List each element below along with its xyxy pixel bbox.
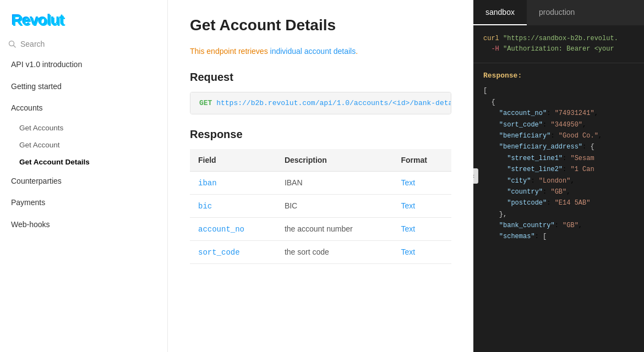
logo: Revolut	[11, 11, 64, 28]
desc-account-no: the account number	[285, 224, 353, 233]
sidebar-nav: API v1.0 introduction Getting started Ac…	[0, 54, 167, 236]
main-content: Get Account Details This endpoint retrie…	[168, 0, 473, 352]
col-format: Format	[392, 149, 451, 172]
sidebar-item-counterparties[interactable]: Counterparties	[0, 170, 167, 193]
tab-sandbox[interactable]: sandbox	[473, 0, 527, 25]
sidebar-item-api-intro[interactable]: API v1.0 introduction	[0, 54, 167, 76]
right-panel: sandbox production curl "https://sandbox…	[473, 0, 644, 352]
desc-sort-code: the sort code	[285, 248, 329, 256]
request-heading: Request	[190, 71, 451, 84]
desc-bic: BIC	[285, 201, 297, 210]
format-bic: Text	[401, 201, 415, 210]
response-section: Response Field Description Format iban I…	[190, 128, 451, 264]
field-iban: iban	[198, 179, 217, 188]
table-row: sort_code the sort code Text	[190, 241, 451, 264]
logo-container: Revolut	[0, 0, 167, 34]
col-description: Description	[276, 149, 393, 172]
svg-line-1	[14, 46, 16, 48]
response-label: Response:	[473, 63, 644, 82]
table-row: account_no the account number Text	[190, 218, 451, 241]
code-section: curl "https://sandbox-b2b.revolut. -H "A…	[473, 25, 644, 352]
tabs-bar: sandbox production	[473, 0, 644, 25]
format-iban: Text	[401, 178, 415, 187]
sidebar-item-get-account-details[interactable]: Get Account Details	[0, 153, 167, 170]
field-bic: bic	[198, 202, 212, 211]
search-bar[interactable]: Search	[0, 34, 167, 54]
intro-link[interactable]: individual account details	[270, 47, 356, 56]
field-sort-code: sort_code	[198, 248, 240, 257]
sidebar-item-accounts[interactable]: Accounts	[0, 97, 167, 119]
field-account-no: account_no	[198, 225, 244, 234]
format-account-no: Text	[401, 224, 415, 233]
table-body: iban IBAN Text bic BIC Text account_no t…	[190, 172, 451, 264]
intro-paragraph: This endpoint retrieves individual accou…	[190, 45, 451, 57]
curl-block: curl "https://sandbox-b2b.revolut. -H "A…	[473, 25, 644, 63]
sidebar-item-payments[interactable]: Payments	[0, 192, 167, 214]
table-header: Field Description Format	[190, 149, 451, 172]
json-response-block: [ { "account_no": "74931241", "sort_code…	[473, 82, 644, 250]
collapse-panel-button[interactable]: ‹	[473, 168, 478, 184]
format-sort-code: Text	[401, 248, 415, 256]
desc-iban: IBAN	[285, 178, 303, 187]
sidebar-item-get-accounts[interactable]: Get Accounts	[0, 119, 167, 136]
sidebar-item-getting-started[interactable]: Getting started	[0, 76, 167, 98]
request-box: GET https://b2b.revolut.com/api/1.0/acco…	[190, 92, 451, 114]
table-row: iban IBAN Text	[190, 172, 451, 195]
sidebar-item-web-hooks[interactable]: Web-hooks	[0, 214, 167, 236]
search-icon	[8, 40, 16, 48]
request-method: GET	[199, 99, 212, 107]
col-field: Field	[190, 149, 276, 172]
sidebar: Revolut Search API v1.0 introduction Get…	[0, 0, 168, 352]
tab-production[interactable]: production	[527, 0, 587, 25]
request-url: https://b2b.revolut.com/api/1.0/accounts…	[216, 99, 451, 107]
page-title: Get Account Details	[190, 16, 451, 34]
response-heading: Response	[190, 128, 451, 141]
response-table: Field Description Format iban IBAN Text …	[190, 149, 451, 264]
search-label: Search	[20, 40, 45, 48]
sidebar-item-get-account[interactable]: Get Account	[0, 136, 167, 153]
table-row: bic BIC Text	[190, 195, 451, 218]
